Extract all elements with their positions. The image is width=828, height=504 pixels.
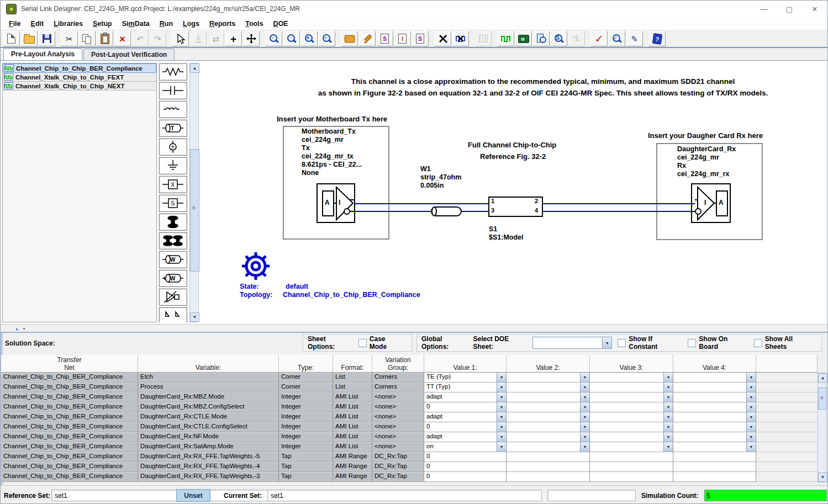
value-cell[interactable]: 0 [424,472,507,482]
palette-via[interactable] [159,213,187,231]
menu-simdata[interactable]: SimData [117,19,155,29]
chevron-down-icon[interactable]: ▼ [497,412,506,422]
value-dropdown[interactable]: ▼ [507,402,590,412]
palette-x-block[interactable]: X [159,176,187,193]
chevron-down-icon[interactable]: ▼ [580,412,589,422]
value-dropdown[interactable]: ▼ [590,412,673,422]
palette-inductor[interactable] [159,100,187,118]
value-dropdown[interactable]: adapt▼ [424,392,507,402]
value-dropdown[interactable]: ▼ [673,402,756,412]
value-cell[interactable] [673,472,756,482]
chevron-down-icon[interactable]: ▼ [746,383,756,392]
palette-resistor[interactable] [159,63,187,81]
chevron-down-icon[interactable]: ▼ [663,442,673,452]
palette-dual-via[interactable] [159,232,187,250]
scroll-up-icon[interactable]: ▲ [190,63,199,73]
chevron-down-icon[interactable]: ▼ [580,402,589,412]
chevron-down-icon[interactable]: ▼ [580,432,589,442]
waveform-viewer-button[interactable] [497,31,514,46]
simulate-button[interactable] [515,31,532,46]
show-on-board-checkbox[interactable] [688,339,696,347]
close-button[interactable]: ✕ [802,1,827,17]
table-row[interactable]: Channel_Chip_to_Chip_BER_ComplianceDaugh… [1,452,818,462]
value-cell[interactable] [507,462,590,472]
table-scrollbar[interactable]: ▲ ▼ [818,373,826,482]
paste-button[interactable] [96,31,113,46]
menu-logs[interactable]: Logs [178,19,204,29]
value-cell[interactable] [507,452,590,462]
chevron-down-icon[interactable]: ▼ [746,432,756,442]
table-row[interactable]: Channel_Chip_to_Chip_BER_ComplianceDaugh… [1,402,818,412]
validate-button[interactable]: ✓ [590,31,608,46]
value-dropdown[interactable]: ▼ [590,432,673,442]
value-dropdown[interactable]: 0▼ [424,422,507,432]
chevron-down-icon[interactable]: ▼ [746,422,756,432]
rx-buffer-symbol[interactable] [692,184,730,222]
palette-tline[interactable]: T [159,119,187,137]
chevron-down-icon[interactable]: ▼ [497,442,506,452]
splitter-down-icon[interactable]: ▼ [22,327,26,331]
part-library-button[interactable] [341,31,358,46]
table-row[interactable]: Channel_Chip_to_Chip_BER_ComplianceDaugh… [1,462,818,472]
net-tool-button[interactable] [434,31,451,46]
value-dropdown[interactable]: ▼ [507,432,590,442]
palette-s-block[interactable]: S [159,194,187,212]
chevron-down-icon[interactable]: ▼ [663,383,673,392]
chevron-down-icon[interactable]: ▼ [580,383,589,392]
table-row[interactable]: Channel_Chip_to_Chip_BER_ComplianceEtchC… [1,373,818,383]
chevron-down-icon[interactable]: ▼ [602,337,611,348]
menu-libraries[interactable]: Libraries [49,19,88,29]
value-cell[interactable] [590,472,673,482]
table-row[interactable]: Channel_Chip_to_Chip_BER_ComplianceDaugh… [1,422,818,432]
table-row[interactable]: Channel_Chip_to_Chip_BER_ComplianceDaugh… [1,442,818,452]
value-dropdown[interactable]: ▼ [590,373,673,383]
cut-button[interactable]: ✂ [61,31,78,46]
menu-file[interactable]: File [4,19,26,29]
table-row[interactable]: Channel_Chip_to_Chip_BER_ComplianceDaugh… [1,432,818,442]
value-dropdown[interactable]: adapt▼ [424,432,507,442]
chevron-down-icon[interactable]: ▼ [580,392,589,402]
menu-doe[interactable]: DOE [268,19,293,29]
value-dropdown[interactable]: ▼ [673,432,756,442]
help-button[interactable]: ? [648,31,666,46]
chevron-down-icon[interactable]: ▼ [746,402,756,412]
select-cursor-button[interactable] [172,31,189,46]
state-gear-icon[interactable] [242,252,270,280]
show-if-constant-checkbox[interactable] [618,339,626,347]
chevron-down-icon[interactable]: ▼ [580,373,589,382]
zoom-in-button[interactable]: + [300,31,318,46]
schematic-canvas[interactable]: This channel is a close approximation to… [201,61,828,324]
chevron-down-icon[interactable]: ▼ [746,373,756,382]
chevron-down-icon[interactable]: ▼ [663,373,673,382]
chevron-down-icon[interactable]: ▼ [497,392,506,402]
value-dropdown[interactable]: ▼ [673,412,756,422]
menu-setup[interactable]: Setup [88,19,117,29]
sweep-results-button[interactable]: S [550,31,567,46]
value-dropdown[interactable]: ▼ [507,383,590,392]
chevron-down-icon[interactable]: ▼ [663,402,673,412]
probe-button[interactable]: + [225,31,242,46]
sim-status-button[interactable]: ✓ [608,31,625,46]
view-results-button[interactable] [532,31,550,46]
save-button[interactable] [38,31,55,46]
sheet-tree-item[interactable]: Channel_Chip_to_Chip_BER_Compliance [3,63,156,73]
chevron-down-icon[interactable]: ▼ [746,392,756,402]
scroll-down-icon[interactable]: ▼ [190,312,199,322]
toolkit-button[interactable] [358,31,376,46]
scroll-up-icon[interactable]: ▲ [818,373,827,383]
edit-check-button[interactable]: ✎ [626,31,643,46]
menu-run[interactable]: Run [155,19,178,29]
value-dropdown[interactable]: ▼ [507,373,590,383]
chevron-down-icon[interactable]: ▼ [497,383,506,392]
value-cell[interactable]: 0 [424,462,507,472]
menu-tools[interactable]: Tools [240,19,268,29]
value-cell[interactable] [673,452,756,462]
case-mode-checkbox[interactable] [358,339,367,347]
sparam-file-button[interactable]: S [412,31,429,46]
palette-scrollbar[interactable]: ▲ ▼ [189,63,199,322]
value-cell[interactable] [590,462,673,472]
palette-buffer[interactable] [159,288,187,306]
value-dropdown[interactable]: ▼ [673,392,756,402]
splitter-bar[interactable]: ▲ ▼ [1,324,827,332]
value-dropdown[interactable]: ▼ [507,442,590,452]
